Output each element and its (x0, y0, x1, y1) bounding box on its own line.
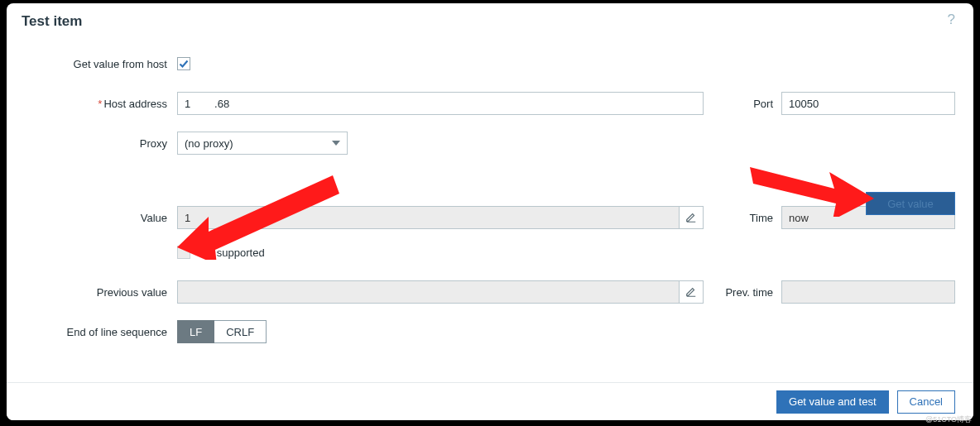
prev-time-output (781, 280, 955, 304)
label-eol: End of line sequence (22, 326, 177, 338)
eol-option-crlf[interactable]: CRLF (214, 320, 267, 343)
label-get-value-from-host: Get value from host (22, 58, 177, 70)
label-previous-value: Previous value (22, 286, 177, 299)
port-input[interactable] (781, 92, 955, 115)
eol-segment: LF CRLF (177, 320, 267, 343)
label-time: Time (704, 212, 781, 224)
dialog-footer: Get value and test Cancel (7, 382, 973, 420)
previous-value-edit-button[interactable] (679, 280, 704, 304)
previous-value-output (177, 280, 704, 304)
row-proxy: Proxy (no proxy) (22, 131, 958, 156)
row-eol: End of line sequence LF CRLF (22, 319, 958, 344)
form: Get value from host *Host address Port P… (7, 35, 973, 344)
label-not-supported: Not supported (197, 247, 265, 259)
row-get-value-from-host: Get value from host (22, 51, 958, 76)
host-address-input[interactable] (177, 92, 704, 115)
label-host-address: *Host address (22, 98, 177, 110)
row-value: Value 1 Time now (22, 205, 958, 230)
watermark: @51CTO博客 (925, 414, 972, 425)
checkbox-get-value-from-host[interactable] (177, 57, 190, 70)
proxy-select[interactable]: (no proxy) (177, 132, 348, 155)
label-proxy: Proxy (22, 137, 177, 150)
row-not-supported: Not supported (22, 240, 958, 265)
label-prev-time: Prev. time (704, 286, 781, 299)
checkbox-not-supported (177, 246, 190, 259)
help-icon[interactable]: ? (948, 12, 955, 28)
pencil-icon (685, 286, 697, 298)
eol-option-lf[interactable]: LF (177, 320, 214, 343)
required-marker: * (98, 98, 102, 110)
value-edit-button[interactable] (679, 206, 704, 229)
label-value: Value (22, 212, 177, 224)
pencil-icon (685, 212, 697, 223)
row-host-address: *Host address Port (22, 91, 958, 116)
label-port: Port (704, 98, 781, 110)
dialog-title: Test item (7, 3, 973, 35)
row-previous-value: Previous value Prev. time (22, 280, 958, 304)
get-value-button[interactable]: Get value (866, 192, 955, 215)
test-item-dialog: ? Test item Get value from host *Host ad… (7, 3, 973, 420)
cancel-button[interactable]: Cancel (897, 390, 955, 414)
get-value-and-test-button[interactable]: Get value and test (776, 390, 889, 414)
value-output: 1 (177, 206, 704, 229)
